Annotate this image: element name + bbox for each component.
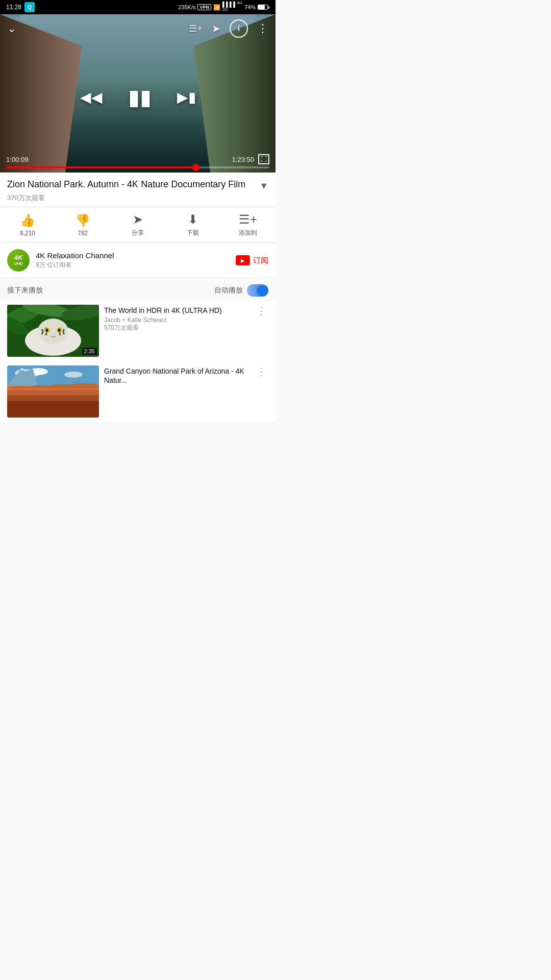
channel-subscribers: 9万 位订阅者	[36, 261, 114, 270]
video-title: Zion National Park. Autumn - 4K Nature D…	[7, 179, 255, 190]
pause-button[interactable]: ▮▮	[128, 85, 152, 110]
player-overlay: ⌄ ☰+ ➤ i ⋮ ◀◀ ▮▮ ▶▮ 1:00:09	[0, 14, 276, 173]
minimize-button[interactable]: ⌄	[7, 22, 16, 35]
video-item-views: 570万次观看	[104, 324, 249, 332]
info-button[interactable]: i	[230, 19, 248, 38]
video-item-title: The World in HDR in 4K (ULTRA HD)	[104, 306, 249, 315]
expand-button[interactable]: ▼	[259, 181, 268, 191]
share-label: 分享	[132, 229, 144, 237]
previous-button[interactable]: ◀◀	[80, 89, 103, 106]
time-display-row: 1:00:09 1:23:50 ⛶	[6, 154, 269, 164]
video-info: Zion National Park. Autumn - 4K Nature D…	[0, 173, 276, 207]
video-item-channel: Jacob + Katie Schwarz	[104, 316, 249, 324]
like-count: 8,210	[20, 230, 35, 237]
channel-row: 4K UHD 4K Relaxation Channel 9万 位订阅者 订阅	[0, 243, 276, 278]
video-meta: Grand Canyon National Park of Arizona - …	[104, 365, 249, 385]
svg-rect-18	[7, 395, 99, 401]
status-left: 11:28 Q	[6, 2, 35, 12]
up-next-label: 接下来播放	[7, 286, 43, 295]
autoplay-toggle[interactable]	[247, 284, 268, 297]
svg-rect-19	[7, 401, 99, 418]
canyon-thumbnail	[7, 365, 99, 418]
wifi-icon: 📶	[213, 4, 220, 11]
time-right: 1:23:50 ⛶	[232, 154, 269, 164]
total-time: 1:23:50	[232, 156, 254, 163]
subscribe-button[interactable]: 订阅	[236, 255, 268, 265]
channel-left: 4K UHD 4K Relaxation Channel 9万 位订阅者	[7, 249, 114, 272]
video-title-row: Zion National Park. Autumn - 4K Nature D…	[7, 179, 268, 191]
video-meta: The World in HDR in 4K (ULTRA HD) Jacob …	[104, 305, 249, 332]
channel-name: 4K Relaxation Channel	[36, 251, 114, 260]
more-options-button[interactable]: ⋮	[254, 365, 268, 378]
video-thumbnail: 2:35	[7, 305, 99, 357]
battery-indicator	[258, 5, 269, 10]
add-to-queue-button[interactable]: ☰+	[189, 23, 203, 34]
video-views: 370万次观看	[7, 193, 268, 203]
video-thumbnail	[7, 365, 99, 418]
share-action-button[interactable]: ➤ 分享	[122, 212, 153, 237]
add-playlist-icon: ☰+	[239, 212, 257, 227]
vpn-badge: VPN	[197, 4, 211, 10]
video-player[interactable]: ⌄ ☰+ ➤ i ⋮ ◀◀ ▮▮ ▶▮ 1:00:09	[0, 14, 276, 173]
video-duration: 2:35	[82, 348, 97, 355]
dislike-button[interactable]: 👎 782	[67, 213, 98, 237]
canyon-svg	[7, 365, 99, 418]
more-options-button[interactable]: ⋮	[254, 305, 268, 317]
channel-info: 4K Relaxation Channel 9万 位订阅者	[36, 251, 114, 270]
next-button[interactable]: ▶▮	[177, 89, 196, 106]
subscribe-label: 订阅	[253, 256, 268, 265]
svg-point-10	[58, 329, 60, 332]
player-top-right-controls: ☰+ ➤ i ⋮	[189, 19, 268, 38]
list-item[interactable]: Grand Canyon National Park of Arizona - …	[0, 361, 276, 422]
download-button[interactable]: ⬇ 下载	[178, 212, 208, 237]
recommended-videos: 2:35 The World in HDR in 4K (ULTRA HD) J…	[0, 301, 276, 422]
autoplay-row: 自动播放	[214, 284, 268, 297]
fullscreen-button[interactable]: ⛶	[258, 154, 269, 164]
share-icon: ➤	[133, 212, 143, 227]
battery-pct: 74%	[244, 4, 256, 10]
autoplay-label: 自动播放	[214, 286, 243, 295]
channel-avatar[interactable]: 4K UHD	[7, 249, 30, 272]
current-time: 1:00:09	[6, 156, 28, 163]
youtube-icon	[236, 255, 250, 265]
more-options-button[interactable]: ⋮	[257, 22, 268, 35]
progress-fill	[6, 166, 196, 168]
download-icon: ⬇	[188, 212, 198, 227]
share-button[interactable]: ➤	[212, 22, 220, 35]
svg-rect-17	[7, 390, 99, 395]
player-bottom-controls: 1:00:09 1:23:50 ⛶	[0, 151, 276, 173]
signal-icon: ▌▌▌▌4G2G	[222, 1, 242, 14]
toggle-thumb	[257, 285, 267, 296]
download-label: 下载	[187, 229, 199, 237]
status-right: 235K/s VPN 📶 ▌▌▌▌4G2G 74%	[178, 1, 269, 14]
svg-point-15	[64, 372, 83, 378]
video-item-title: Grand Canyon National Park of Arizona - …	[104, 366, 249, 385]
thumbs-down-icon: 👎	[75, 213, 90, 228]
like-button[interactable]: 👍 8,210	[12, 213, 43, 237]
add-label: 添加到	[239, 229, 257, 237]
player-top-controls: ⌄ ☰+ ➤ i ⋮	[0, 14, 276, 43]
action-bar: 👍 8,210 👎 782 ➤ 分享 ⬇ 下载 ☰+ 添加到	[0, 207, 276, 243]
up-next-header: 接下来播放 自动播放	[0, 278, 276, 301]
thumbs-up-icon: 👍	[20, 213, 35, 228]
progress-bar[interactable]	[6, 166, 269, 168]
list-item[interactable]: 2:35 The World in HDR in 4K (ULTRA HD) J…	[0, 301, 276, 361]
status-bar: 11:28 Q 235K/s VPN 📶 ▌▌▌▌4G2G 74%	[0, 0, 276, 14]
player-middle-controls: ◀◀ ▮▮ ▶▮	[0, 85, 276, 110]
dislike-count: 782	[78, 230, 88, 237]
progress-thumb	[192, 164, 199, 171]
add-to-playlist-button[interactable]: ☰+ 添加到	[233, 212, 263, 237]
time-display: 11:28	[6, 4, 21, 11]
svg-point-9	[46, 329, 48, 332]
network-speed: 235K/s	[178, 4, 195, 10]
